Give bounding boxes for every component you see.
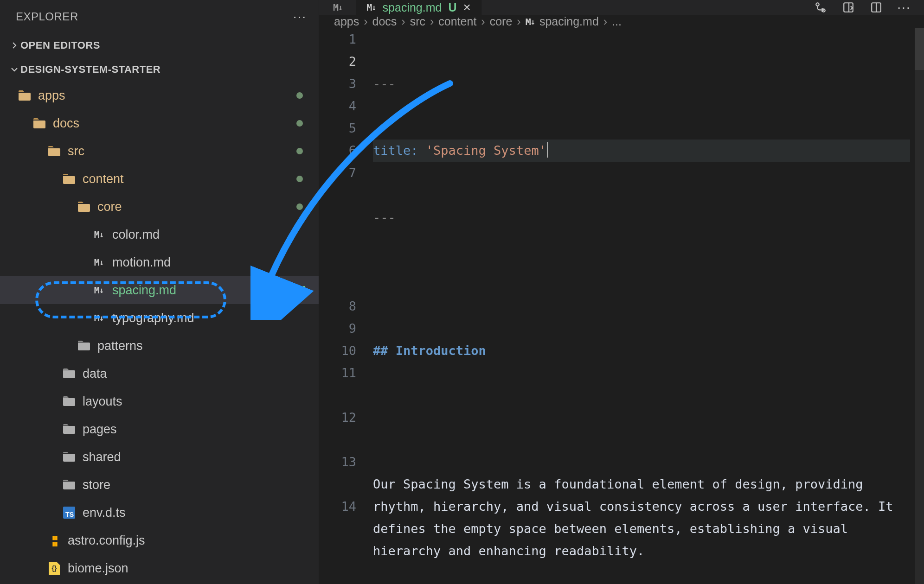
workspace-section[interactable]: DESIGN-SYSTEM-STARTER: [0, 57, 319, 82]
breadcrumb-part[interactable]: content: [438, 15, 476, 28]
folder-icon: [62, 173, 76, 184]
git-modified-dot-icon: [296, 203, 303, 210]
explorer-sidebar: EXPLORER ··· OPEN EDITORS DESIGN-SYSTEM-…: [0, 0, 319, 584]
tree-item-label: patterns: [97, 339, 143, 353]
git-status-badge: U: [297, 283, 306, 298]
tab-spacing-md[interactable]: M↓ spacing.md U ×: [356, 0, 481, 15]
md-icon: M↓: [92, 257, 106, 268]
tree-folder[interactable]: patterns: [0, 332, 319, 360]
biome-icon: [47, 562, 61, 575]
breadcrumb[interactable]: apps› docs› src› content› core› M↓ spaci…: [319, 15, 924, 28]
tree-item-label: motion.md: [112, 255, 171, 270]
git-modified-dot-icon: [296, 92, 303, 99]
split-editor-icon[interactable]: [869, 0, 883, 14]
tree-folder[interactable]: store: [0, 471, 319, 499]
tree-item-label: spacing.md: [112, 283, 176, 298]
tree-item-label: data: [83, 367, 107, 381]
minimap[interactable]: [915, 28, 924, 584]
tree-file[interactable]: M↓ motion.md: [0, 248, 319, 276]
tree-item-label: shared: [83, 450, 121, 464]
tree-file[interactable]: TS env.d.ts: [0, 499, 319, 527]
tree-folder[interactable]: core: [0, 193, 319, 221]
breadcrumb-file[interactable]: spacing.md: [539, 15, 599, 28]
tree-item-label: src: [68, 144, 84, 159]
line-number-gutter: 1 2 3 4 5 6 7 8 9 10 11 12 13 14: [319, 28, 373, 584]
tree-file[interactable]: M↓ typography.md: [0, 304, 319, 332]
folder-icon: [32, 118, 46, 129]
close-icon[interactable]: ×: [463, 0, 471, 15]
tree-item-label: astro.config.js: [68, 533, 145, 548]
svg-point-0: [816, 3, 819, 6]
code-content[interactable]: --- title: 'Spacing System' --- ## Intro…: [373, 28, 924, 584]
open-editors-section[interactable]: OPEN EDITORS: [0, 33, 319, 57]
tree-folder[interactable]: shared: [0, 443, 319, 471]
tree-folder[interactable]: src: [0, 137, 319, 165]
folder-icon: [18, 90, 32, 101]
tree-item-label: content: [83, 172, 124, 186]
tree-item-label: apps: [38, 89, 65, 103]
tree-file[interactable]: M↓ spacing.mdU: [0, 276, 319, 304]
tabbar-actions: ···: [814, 0, 924, 15]
tab-git-status: U: [448, 1, 456, 14]
folder-icon: [62, 396, 76, 407]
tree-folder[interactable]: pages: [0, 415, 319, 443]
more-actions-icon[interactable]: ···: [897, 0, 911, 14]
tree-item-label: store: [83, 478, 110, 492]
folder-icon: [62, 451, 76, 463]
chevron-right-icon: [8, 42, 20, 49]
tree-item-label: core: [97, 200, 122, 214]
tab-filename: spacing.md: [383, 1, 442, 14]
explorer-title: EXPLORER: [16, 10, 78, 23]
tree-item-label: layouts: [83, 394, 122, 409]
text-cursor: [547, 142, 548, 158]
tree-item-label: env.d.ts: [83, 506, 126, 520]
tree-file[interactable]: M↓ color.md: [0, 221, 319, 248]
tab-bar: M↓ M↓ spacing.md U ×: [319, 0, 924, 15]
folder-icon: [62, 424, 76, 435]
md-icon: M↓: [92, 312, 106, 324]
explorer-more-icon[interactable]: ···: [293, 9, 307, 24]
tree-item-label: docs: [53, 116, 79, 131]
tree-folder[interactable]: content: [0, 165, 319, 193]
workspace-label: DESIGN-SYSTEM-STARTER: [20, 63, 160, 76]
explorer-header: EXPLORER ···: [0, 0, 319, 33]
file-tree: apps docs src content coreM↓ color.mdM↓ …: [0, 82, 319, 584]
md-icon: M↓: [92, 229, 106, 240]
compare-changes-icon[interactable]: [814, 0, 828, 14]
tree-folder[interactable]: layouts: [0, 387, 319, 415]
tab-icon-placeholder[interactable]: M↓: [319, 0, 356, 15]
breadcrumb-part[interactable]: docs: [372, 15, 397, 28]
ts-icon: TS: [62, 507, 76, 519]
breadcrumb-ellipsis[interactable]: ...: [612, 15, 622, 28]
tree-file[interactable]: biome.json: [0, 554, 319, 582]
folder-icon: [47, 146, 61, 157]
markdown-icon: M↓: [366, 2, 376, 13]
folder-icon: [62, 368, 76, 379]
tree-item-label: typography.md: [112, 311, 194, 325]
editor-area: M↓ M↓ spacing.md U ×: [319, 0, 924, 584]
folder-icon: [77, 340, 91, 351]
code-editor[interactable]: 1 2 3 4 5 6 7 8 9 10 11 12 13 14 --- tit…: [319, 28, 924, 584]
git-modified-dot-icon: [296, 148, 303, 154]
markdown-icon: M↓: [333, 2, 342, 13]
folder-icon: [62, 479, 76, 490]
git-modified-dot-icon: [296, 120, 303, 127]
folder-icon: [77, 201, 91, 212]
breadcrumb-part[interactable]: apps: [334, 15, 359, 28]
tree-file[interactable]: ¦¦¦ astro.config.js: [0, 527, 319, 554]
tree-item-label: pages: [83, 422, 117, 437]
open-editors-label: OPEN EDITORS: [20, 39, 100, 51]
tree-item-label: color.md: [112, 228, 160, 242]
tree-folder[interactable]: data: [0, 360, 319, 387]
tree-item-label: biome.json: [68, 561, 128, 576]
git-modified-dot-icon: [296, 176, 303, 182]
tree-folder[interactable]: apps: [0, 82, 319, 109]
chevron-down-icon: [8, 66, 20, 73]
astro-icon: ¦¦¦: [47, 534, 61, 547]
open-preview-icon[interactable]: [841, 0, 855, 14]
md-icon: M↓: [92, 285, 106, 296]
breadcrumb-part[interactable]: src: [410, 15, 425, 28]
tree-folder[interactable]: docs: [0, 109, 319, 137]
breadcrumb-part[interactable]: core: [490, 15, 513, 28]
markdown-icon: M↓: [526, 16, 535, 27]
